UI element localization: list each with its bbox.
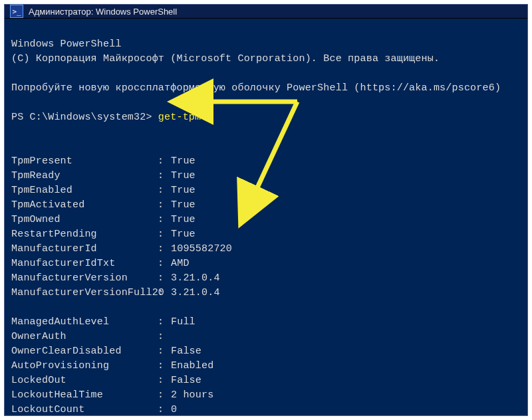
output-row: TpmReady : True (11, 169, 521, 183)
banner-line-2: (C) Корпорация Майкрософт (Microsoft Cor… (11, 53, 440, 64)
output-key: LockedOut (11, 373, 158, 388)
output-colon: : (158, 388, 171, 403)
output-colon: : (158, 271, 171, 286)
output-row: LockoutHealTime : 2 hours (11, 388, 521, 403)
output-value: 2 hours (171, 388, 213, 403)
terminal-area[interactable]: Windows PowerShell (C) Корпорация Майкро… (5, 19, 527, 416)
output-colon: : (158, 359, 171, 373)
output-value: True (171, 169, 196, 183)
output-key: AutoProvisioning (11, 359, 158, 373)
output-row: ManufacturerVersion : 3.21.0.4 (11, 271, 521, 286)
screenshot-frame: >_ Администратор: Windows PowerShell Win… (0, 0, 532, 420)
output-value: AMD (171, 257, 190, 271)
banner-line-3: Попробуйте новую кроссплатформенную обол… (11, 82, 501, 94)
output-value: Enabled (171, 359, 213, 373)
command-text: get-tpm (158, 112, 201, 123)
output-row: ManufacturerId : 1095582720 (11, 242, 521, 257)
output-colon: : (158, 373, 171, 388)
output-value: True (171, 198, 196, 213)
output-colon: : (158, 169, 171, 183)
window-titlebar[interactable]: >_ Администратор: Windows PowerShell (5, 5, 527, 19)
output-key: LockoutCount (11, 403, 158, 416)
output-colon: : (158, 257, 171, 271)
output-colon: : (158, 183, 171, 198)
output-key: ManufacturerVersionFull20 (11, 286, 158, 300)
output-colon: : (158, 198, 171, 213)
output-row: LockedOut : False (11, 373, 521, 388)
banner-line-1: Windows PowerShell (11, 39, 122, 50)
output-row: ManufacturerIdTxt : AMD (11, 257, 521, 271)
output-row: TpmOwned : True (11, 213, 521, 227)
output-row: TpmActivated : True (11, 198, 521, 213)
output-key: ManufacturerIdTxt (11, 257, 158, 271)
output-colon: : (158, 154, 171, 169)
output-value: Full (171, 315, 196, 330)
output-row: TpmPresent : True (11, 154, 521, 169)
output-key: TpmOwned (11, 213, 158, 227)
output-block-1: TpmPresent : TrueTpmReady : TrueTpmEnabl… (11, 154, 521, 300)
output-colon: : (158, 286, 171, 300)
output-row: ManufacturerVersionFull20: 3.21.0.4 (11, 286, 521, 300)
output-key: TpmEnabled (11, 183, 158, 198)
output-row: OwnerClearDisabled : False (11, 344, 521, 359)
window-title: Администратор: Windows PowerShell (29, 7, 177, 17)
prompt-text: PS C:\Windows\system32> (11, 112, 158, 123)
output-key: ManagedAuthLevel (11, 315, 158, 330)
output-key: ManufacturerVersion (11, 271, 158, 286)
output-value: 0 (171, 403, 177, 416)
output-block-2: ManagedAuthLevel : FullOwnerAuth : Owner… (11, 315, 521, 416)
output-key: LockoutHealTime (11, 388, 158, 403)
output-colon: : (158, 315, 171, 330)
output-key: ManufacturerId (11, 242, 158, 257)
output-key: TpmPresent (11, 154, 158, 169)
output-row: OwnerAuth : (11, 330, 521, 344)
output-key: OwnerAuth (11, 330, 158, 344)
output-key: OwnerClearDisabled (11, 344, 158, 359)
output-row: TpmEnabled : True (11, 183, 521, 198)
output-value: False (171, 344, 201, 359)
output-value: 3.21.0.4 (171, 271, 220, 286)
output-colon: : (158, 344, 171, 359)
output-row: RestartPending : True (11, 227, 521, 242)
output-value: True (171, 227, 196, 242)
output-colon: : (158, 403, 171, 416)
output-colon: : (158, 227, 171, 242)
output-value: True (171, 213, 196, 227)
output-key: TpmActivated (11, 198, 158, 213)
output-colon: : (158, 242, 171, 257)
output-value: True (171, 183, 196, 198)
output-value: False (171, 373, 201, 388)
output-colon: : (158, 213, 171, 227)
powershell-icon: >_ (10, 5, 23, 18)
output-value: 3.21.0.4 (171, 286, 220, 300)
powershell-window: >_ Администратор: Windows PowerShell Win… (4, 4, 528, 416)
output-row: ManagedAuthLevel : Full (11, 315, 521, 330)
output-key: RestartPending (11, 227, 158, 242)
output-value: 1095582720 (171, 242, 232, 257)
powershell-icon-glyph: >_ (12, 7, 21, 16)
output-value: True (171, 154, 196, 169)
output-key: TpmReady (11, 169, 158, 183)
output-row: AutoProvisioning : Enabled (11, 359, 521, 373)
output-row: LockoutCount : 0 (11, 403, 521, 416)
output-colon: : (158, 330, 171, 344)
